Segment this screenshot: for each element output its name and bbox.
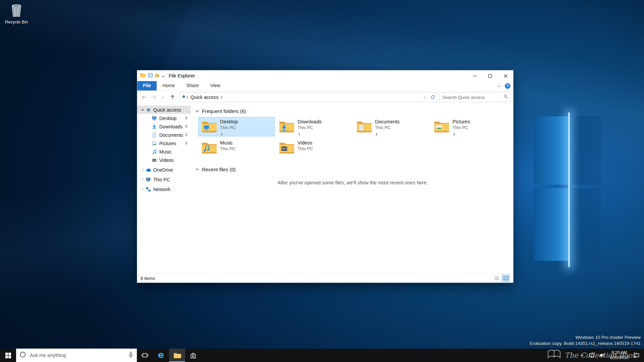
pin-icon — [375, 131, 399, 137]
folder-tile-pictures[interactable]: Pictures This PC — [431, 117, 507, 136]
items-count: 6 items — [141, 276, 155, 281]
sidebar-item-pictures[interactable]: Pictures — [137, 139, 191, 147]
sidebar-item-videos[interactable]: Videos — [137, 156, 191, 164]
sidebar-item-downloads[interactable]: Downloads — [137, 122, 191, 131]
volume-icon[interactable] — [599, 353, 605, 358]
sidebar-item-label: OneDrive — [153, 167, 173, 173]
cortana-search-box[interactable] — [16, 349, 137, 362]
logo-pane — [572, 188, 601, 261]
sidebar-item-onedrive[interactable]: OneDrive — [137, 166, 191, 174]
quick-access-toolbar — [140, 73, 165, 79]
tray-chevron-up-icon[interactable] — [580, 354, 584, 357]
tab-file[interactable]: File — [137, 81, 157, 90]
refresh-icon[interactable] — [429, 93, 437, 102]
tab-share[interactable]: Share — [180, 81, 204, 90]
minimize-button[interactable] — [467, 70, 482, 81]
recycle-bin-desktop-icon[interactable]: Recycle Bin — [3, 3, 30, 24]
frequent-folders-header[interactable]: Frequent folders (6) — [196, 107, 510, 115]
frequent-folders-grid: Desktop This PC — [198, 117, 512, 159]
folder-icon — [434, 120, 449, 134]
edge-button[interactable]: e — [153, 349, 169, 362]
explorer-search-input[interactable] — [442, 95, 503, 100]
folder-tile-music[interactable]: Music This PC — [198, 138, 275, 158]
qat-customize-chevron-icon[interactable] — [162, 73, 165, 79]
store-icon — [190, 352, 197, 359]
sidebar-item-label: This PC — [153, 177, 170, 182]
sidebar-item-this-pc[interactable]: This PC — [137, 175, 191, 184]
expand-ribbon-chevron-icon[interactable] — [497, 83, 501, 89]
wallpaper-windows-logo — [534, 116, 601, 263]
breadcrumb-chevron-icon — [186, 96, 189, 99]
chevron-expanded-icon[interactable] — [140, 109, 145, 111]
logo-glow — [568, 112, 570, 267]
chevron-collapsed-icon[interactable] — [140, 168, 145, 171]
music-icon — [151, 149, 157, 155]
recycle-bin-icon — [10, 13, 23, 18]
details-view-icon[interactable] — [493, 275, 501, 282]
desktop-icon — [151, 116, 157, 121]
start-button[interactable] — [0, 349, 16, 362]
window-body: Quick access Desktop — [137, 104, 513, 274]
recent-files-header[interactable]: Recent files (0) — [196, 165, 510, 173]
search-icon[interactable] — [503, 94, 508, 100]
maximize-button[interactable] — [482, 70, 498, 81]
frequent-folders-header-label: Frequent folders (6) — [202, 108, 246, 114]
edge-icon: e — [158, 350, 164, 359]
folder-tile-downloads[interactable]: Downloads This PC — [276, 117, 352, 136]
sidebar-item-network[interactable]: Network — [137, 185, 191, 193]
chevron-collapsed-icon[interactable] — [140, 188, 145, 191]
cortana-search-input[interactable] — [29, 352, 125, 358]
sidebar-item-desktop[interactable]: Desktop — [137, 114, 191, 122]
sidebar-item-label: Network — [153, 187, 170, 192]
qat-new-folder-icon[interactable] — [155, 73, 159, 79]
section-collapse-chevron-icon[interactable] — [196, 168, 199, 171]
help-button[interactable]: ? — [505, 83, 511, 89]
address-dropdown-chevron-icon[interactable] — [421, 93, 429, 102]
section-collapse-chevron-icon[interactable] — [196, 110, 199, 112]
this-pc-icon — [145, 177, 151, 182]
forward-button[interactable] — [149, 93, 158, 102]
breadcrumb[interactable]: Quick access — [191, 95, 218, 100]
recent-locations-chevron-icon[interactable] — [159, 93, 167, 102]
sidebar-item-documents[interactable]: Documents — [137, 131, 191, 139]
chevron-collapsed-icon[interactable] — [140, 178, 145, 181]
tray-clock[interactable]: 9:20 AM 5/20/2016 — [610, 350, 629, 360]
action-center-icon[interactable] — [634, 353, 639, 358]
sidebar-item-label: Documents — [159, 132, 183, 138]
folder-name: Pictures — [452, 119, 470, 125]
up-button[interactable] — [168, 93, 177, 102]
network-tray-icon[interactable] — [589, 353, 594, 358]
folder-name: Documents — [375, 119, 399, 125]
quick-access-icon — [145, 107, 151, 112]
sidebar-item-music[interactable]: Music — [137, 147, 191, 156]
logo-pane — [572, 116, 601, 185]
explorer-search-box[interactable] — [439, 92, 511, 102]
navigation-pane: Quick access Desktop — [137, 104, 191, 274]
pin-icon — [184, 125, 188, 128]
tab-view[interactable]: View — [205, 81, 226, 90]
folder-tile-desktop[interactable]: Desktop This PC — [198, 117, 275, 136]
breadcrumb-chevron-icon[interactable] — [220, 96, 223, 99]
folder-tile-documents[interactable]: Documents This PC — [353, 117, 430, 136]
cortana-circle-icon — [19, 351, 26, 359]
task-view-icon — [141, 353, 149, 358]
status-bar: 6 items — [137, 274, 513, 283]
file-explorer-taskbar-button[interactable] — [169, 349, 185, 362]
sidebar-item-quick-access[interactable]: Quick access — [137, 106, 191, 114]
folder-name: Music — [220, 140, 235, 146]
folder-tile-videos[interactable]: Videos This PC — [276, 138, 352, 158]
task-view-button[interactable] — [137, 349, 153, 362]
store-button[interactable] — [185, 349, 201, 362]
network-icon — [145, 187, 151, 192]
back-button[interactable] — [140, 93, 149, 102]
microphone-icon[interactable] — [128, 352, 133, 359]
qat-properties-icon[interactable] — [148, 73, 153, 79]
large-icons-view-icon[interactable] — [502, 275, 510, 282]
tab-home[interactable]: Home — [157, 81, 180, 90]
address-box[interactable]: Quick access — [179, 92, 437, 102]
sidebar-item-label: Pictures — [159, 141, 176, 146]
sidebar-item-label: Videos — [159, 158, 174, 163]
folder-location: This PC — [298, 125, 322, 130]
close-button[interactable] — [498, 70, 513, 81]
title-bar[interactable]: File Explorer — [137, 70, 513, 81]
